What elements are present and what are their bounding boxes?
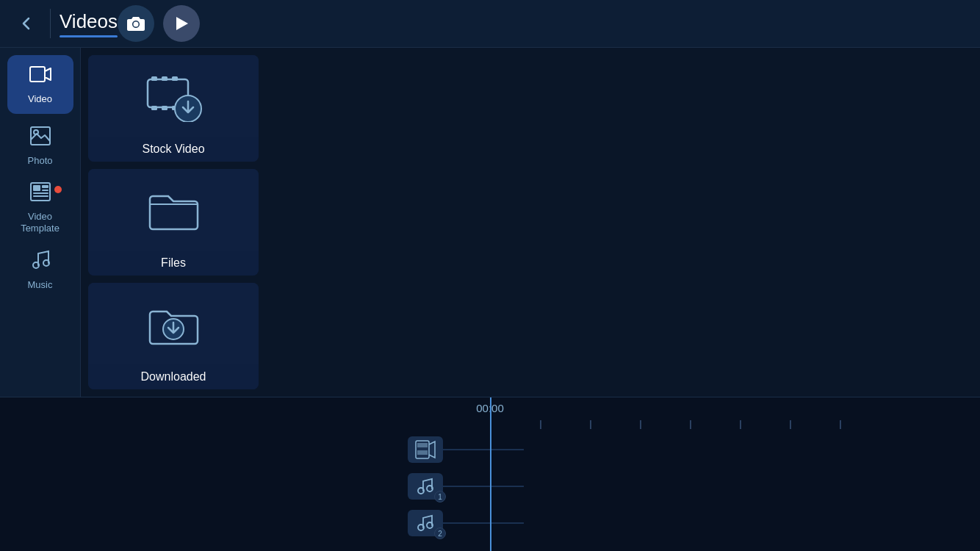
header-actions (118, 5, 200, 42)
sidebar-item-video[interactable]: Video (7, 55, 73, 114)
header-title-container: Videos (60, 10, 118, 37)
audio-track-2-badge: 2 (434, 527, 446, 539)
media-card-stock-video[interactable]: Stock Video (88, 55, 259, 162)
sidebar-item-music[interactable]: Music (7, 240, 73, 299)
files-label: Files (88, 251, 259, 276)
sidebar-item-video-template[interactable]: VideoTemplate (7, 179, 73, 237)
svg-rect-9 (33, 195, 48, 197)
audio-track-2-row: 2 (408, 508, 524, 539)
audio-2-track-line (443, 522, 524, 524)
svg-rect-14 (162, 76, 167, 81)
film-icon (415, 440, 436, 459)
video-track-line (443, 449, 524, 450)
media-grid: Stock Video Files (81, 48, 980, 397)
video-track-row (408, 434, 524, 465)
downloaded-icon (146, 300, 201, 347)
camera-icon (126, 15, 145, 32)
stock-video-icon-area (88, 55, 259, 137)
downloaded-label: Downloaded (88, 364, 259, 389)
ruler-tick (840, 420, 841, 429)
audio-1-track-line (443, 486, 524, 487)
audio-track-1-icon[interactable]: 1 (408, 473, 443, 500)
ruler-tick (640, 420, 641, 429)
page-title: Videos (60, 10, 118, 33)
ruler-tick (690, 420, 691, 429)
play-button[interactable] (163, 5, 200, 42)
svg-rect-6 (42, 185, 48, 188)
svg-rect-15 (172, 76, 178, 81)
header-divider (50, 9, 51, 38)
ruler-tick (540, 420, 541, 429)
folder-icon (146, 188, 201, 232)
sidebar-item-photo[interactable]: Photo (7, 117, 73, 176)
title-underline (60, 35, 118, 37)
content-area: Video Photo (0, 48, 980, 397)
ruler-tick (590, 420, 591, 429)
timeline: 00:00 (0, 397, 980, 551)
sidebar-label-video: Video (28, 93, 52, 104)
svg-rect-1 (30, 67, 45, 82)
audio-track-1-badge: 1 (434, 491, 446, 503)
stock-video-label: Stock Video (88, 137, 259, 162)
svg-rect-16 (151, 106, 157, 110)
downloaded-icon-area (88, 283, 259, 364)
app-root: Videos (0, 0, 980, 551)
header: Videos (0, 0, 980, 48)
back-button[interactable] (12, 9, 41, 38)
timeline-cursor (490, 397, 491, 551)
ruler-tick (740, 420, 741, 429)
svg-rect-17 (162, 106, 167, 110)
stock-video-icon (144, 71, 203, 122)
template-icon (30, 182, 51, 206)
sidebar: Video Photo (0, 48, 81, 397)
sidebar-label-photo: Photo (28, 155, 53, 166)
camera-button[interactable] (118, 5, 154, 42)
notification-badge (54, 186, 62, 193)
svg-rect-5 (33, 185, 40, 191)
sidebar-label-template: VideoTemplate (21, 211, 60, 234)
timeline-ruler (490, 418, 980, 431)
audio-track-1-row: 1 (408, 471, 524, 502)
music-icon (31, 249, 50, 275)
timeline-tracks: 1 2 (408, 434, 524, 539)
photo-icon (30, 126, 51, 151)
audio-track-2-icon[interactable]: 2 (408, 510, 443, 536)
files-icon-area (88, 169, 259, 251)
media-card-downloaded[interactable]: Downloaded (88, 283, 259, 389)
svg-rect-8 (33, 192, 48, 194)
svg-rect-22 (417, 443, 428, 447)
media-card-files[interactable]: Files (88, 169, 259, 276)
svg-point-0 (134, 22, 139, 27)
video-icon (29, 65, 51, 89)
svg-rect-13 (151, 76, 157, 81)
svg-rect-23 (417, 450, 428, 455)
svg-rect-7 (42, 190, 48, 191)
music-note-1-icon (417, 478, 433, 495)
sidebar-label-music: Music (28, 279, 53, 290)
music-note-2-icon (417, 514, 433, 532)
video-track-icon[interactable] (408, 436, 443, 463)
ruler-tick (790, 420, 791, 429)
play-icon (174, 15, 189, 32)
